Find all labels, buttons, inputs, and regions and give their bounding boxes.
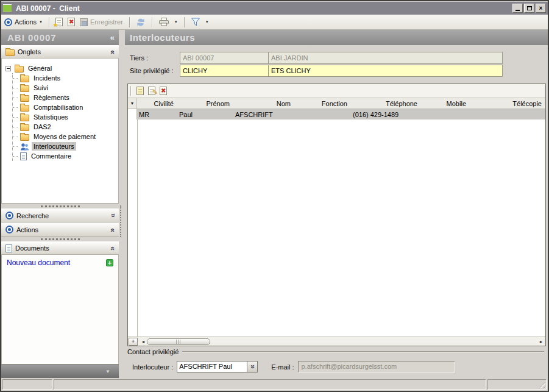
application-window: ABI 00007 - Client × Actions ▼ Enregistr… <box>0 0 549 392</box>
folder-icon <box>20 124 29 131</box>
tree-item-interlocuteurs[interactable]: Interlocuteurs <box>13 141 118 151</box>
scrollbar-thumb[interactable] <box>147 338 210 345</box>
sidebar-header: ABI 00007 « <box>1 30 119 45</box>
chevron-up-icon[interactable] <box>108 50 117 54</box>
add-document-icon[interactable]: + <box>106 259 113 266</box>
sidebar: ABI 00007 « Onglets Général Incidents <box>1 30 119 378</box>
chevron-down-icon: ▼ <box>105 369 110 374</box>
tree-item-comptabilisation[interactable]: Comptabilisation <box>13 102 118 112</box>
filter-button[interactable] <box>188 16 203 27</box>
grid-toolbar <box>128 84 545 98</box>
column-header-mobile[interactable]: Mobile <box>421 100 470 107</box>
filter-icon <box>191 18 200 26</box>
grid-delete-icon[interactable] <box>160 87 167 95</box>
tree-item-general[interactable]: Général <box>5 63 118 73</box>
site-name-field[interactable]: ETS CLICHY <box>269 65 502 76</box>
save-button[interactable]: Enregistrer <box>77 17 126 27</box>
tree-item-statistiques[interactable]: Statistiques <box>13 112 118 122</box>
folder-icon <box>20 95 29 102</box>
refresh-button[interactable] <box>133 16 148 28</box>
delete-button[interactable] <box>65 16 77 27</box>
print-button[interactable] <box>156 16 172 27</box>
horizontal-splitter[interactable] <box>1 204 119 208</box>
grid-filter-dropdown-icon[interactable]: ▼ <box>128 98 137 109</box>
site-label: Site privilégié : <box>130 67 180 74</box>
tree-item-suivi[interactable]: Suivi <box>13 83 118 93</box>
toolbar-separator <box>184 17 185 27</box>
cell-nom: AFSCHRIFT <box>233 111 294 118</box>
tiers-name-field: ABI JARDIN <box>269 52 502 63</box>
save-icon <box>80 18 88 26</box>
resize-grip[interactable] <box>539 382 545 388</box>
tiers-label: Tiers : <box>130 54 180 62</box>
column-header-telephone[interactable]: Téléphone <box>351 100 421 107</box>
site-code-field[interactable]: CLICHY <box>180 65 269 76</box>
tree-item-das2[interactable]: DAS2 <box>13 122 118 132</box>
section-onglets[interactable]: Onglets <box>1 45 119 59</box>
section-actions[interactable]: Actions <box>1 223 119 237</box>
scroll-right-icon[interactable]: ► <box>537 340 545 344</box>
tree-children: Incidents Suivi Règlements Comptabilisat… <box>12 73 118 161</box>
sidebar-collapse-icon[interactable]: « <box>110 33 114 42</box>
minimize-button[interactable] <box>512 4 523 13</box>
new-button[interactable] <box>53 16 65 27</box>
section-recherche[interactable]: Recherche <box>1 208 119 223</box>
add-row-button[interactable]: + <box>129 338 138 346</box>
app-icon <box>3 4 13 13</box>
status-bar <box>1 378 548 391</box>
filter-options-dropdown[interactable]: ▼ <box>203 19 211 25</box>
grid-header-row: ▼ Civilité Prénom Nom Fonction Téléphone… <box>128 98 545 109</box>
documents-icon <box>5 244 12 252</box>
column-header-prenom[interactable]: Prénom <box>177 100 233 107</box>
print-options-dropdown[interactable]: ▼ <box>172 19 180 25</box>
grid-new-icon[interactable] <box>136 87 144 95</box>
section-actions-label: Actions <box>16 226 38 233</box>
combobox-dropdown-button[interactable] <box>247 362 257 372</box>
new-document-link[interactable]: Nouveau document <box>7 258 70 267</box>
refresh-icon <box>136 18 146 27</box>
toolbar-separator <box>49 17 49 27</box>
folder-icon <box>20 134 29 141</box>
tree-expander-icon[interactable] <box>5 66 11 71</box>
folder-icon <box>15 66 24 73</box>
tree-item-commentaire[interactable]: Commentaire <box>13 151 118 161</box>
collapsed-category-bar[interactable]: ▼ <box>1 365 119 378</box>
interlocuteurs-grid: ▼ Civilité Prénom Nom Fonction Téléphone… <box>127 84 546 346</box>
interlocuteur-value: AFSCHRIFT Paul <box>177 362 247 372</box>
scroll-left-icon[interactable]: ◄ <box>140 340 147 344</box>
main-toolbar: Actions ▼ Enregistrer ▼ <box>1 15 548 30</box>
window-body: ABI 00007 « Onglets Général Incidents <box>1 30 548 378</box>
interlocuteur-combobox[interactable]: AFSCHRIFT Paul <box>177 361 258 372</box>
toolbar-separator <box>152 17 152 27</box>
status-panel-right <box>487 379 547 390</box>
note-icon <box>20 152 27 160</box>
chevron-down-icon[interactable] <box>108 214 117 218</box>
tree-item-moyens-de-paiement[interactable]: Moyens de paiement <box>13 132 118 141</box>
search-section-icon <box>5 212 13 219</box>
chevron-up-icon[interactable] <box>108 228 117 232</box>
chevron-down-icon: ▼ <box>174 20 178 24</box>
grid-edit-icon[interactable] <box>148 87 155 95</box>
folder-icon <box>20 105 29 112</box>
column-header-telecopie[interactable]: Télécopie <box>470 100 545 107</box>
actions-menu-button[interactable]: Actions ▼ <box>12 17 45 27</box>
double-chevron-down-icon <box>248 365 257 369</box>
folder-icon <box>5 49 15 56</box>
chevron-up-icon[interactable] <box>108 246 117 250</box>
close-button[interactable]: × <box>536 4 546 13</box>
cell-civilite: MR <box>137 111 177 118</box>
column-header-nom[interactable]: Nom <box>233 100 294 107</box>
chevron-down-icon: ▼ <box>39 20 43 24</box>
actions-icon <box>4 18 12 26</box>
horizontal-splitter[interactable] <box>1 237 119 241</box>
tree-item-incidents[interactable]: Incidents <box>13 73 118 83</box>
maximize-button[interactable] <box>524 4 534 13</box>
group-header: Contact privilégié <box>127 348 544 355</box>
tiers-code-field: ABI 00007 <box>180 52 269 63</box>
column-header-civilite[interactable]: Civilité <box>137 100 177 107</box>
column-header-fonction[interactable]: Fonction <box>294 100 351 107</box>
section-documents[interactable]: Documents <box>1 241 119 255</box>
tree-item-reglements[interactable]: Règlements <box>13 93 118 102</box>
vertical-splitter[interactable] <box>120 205 121 237</box>
table-row[interactable]: MR Paul AFSCHRIFT (016) 429-1489 <box>128 109 545 119</box>
